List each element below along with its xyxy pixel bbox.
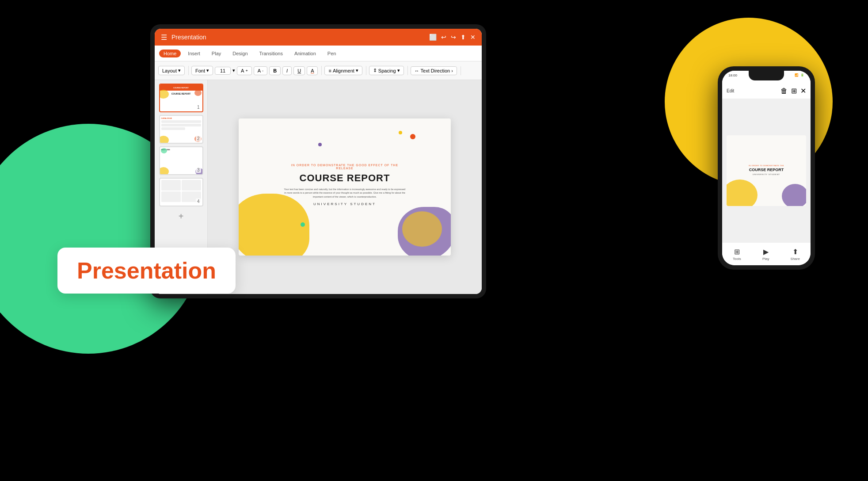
ribbon: Layout ▾ Font ▾ ▾ A+ A- B I U A (155, 61, 482, 80)
label-card: Presentation (57, 248, 236, 294)
slide-main-title: COURSE REPORT (283, 172, 407, 184)
phone-edit-label[interactable]: Edit (727, 88, 734, 93)
phone-nav-share[interactable]: ⬆ Share (791, 248, 800, 261)
slide-subtitle: IN ORDER TO DEMONSTRATE THE GOOD EFFECT … (283, 164, 407, 170)
main-slide-area[interactable]: IN ORDER TO DEMONSTRATE THE GOOD EFFECT … (208, 80, 482, 294)
ribbon-spacing-group: ⇕ Spacing ▾ (369, 66, 408, 75)
thumb1-shape-orange (194, 90, 202, 96)
slide-dot-purple (318, 143, 322, 146)
ribbon-textdirection-group: ↔ Text Direction › (411, 66, 461, 75)
underline-button[interactable]: U (293, 66, 305, 75)
slide-dot-yellow2 (399, 131, 402, 134)
tab-play[interactable]: Play (207, 50, 225, 57)
phone-toolbar: Edit 🗑 ⊞ ✕ (722, 83, 811, 99)
phone-toolbar-icons: 🗑 ⊞ ✕ (780, 87, 806, 95)
thumb2-shape-yellow (159, 136, 169, 144)
phone-bottom-bar: ⊞ Tools ▶ Play ⬆ Share (722, 242, 811, 265)
phone-nav-tools[interactable]: ⊞ Tools (733, 248, 741, 261)
thumb1-shape-yellow (159, 90, 169, 99)
layout-button[interactable]: Layout ▾ (158, 66, 185, 75)
tab-home[interactable]: Home (159, 50, 181, 57)
tab-transitions[interactable]: Transitions (255, 50, 287, 57)
slide-num-2: 2 (196, 136, 201, 141)
phone-screen: 18:00 📶 🔋 Edit 🗑 ⊞ ✕ IN ORDER TO DEMONST… (722, 71, 811, 265)
slide-canvas: IN ORDER TO DEMONSTRATE THE GOOD EFFECT … (239, 118, 451, 256)
phone-time: 18:00 (728, 73, 737, 77)
app-title: Presentation (171, 34, 425, 41)
spacing-label: Spacing (378, 68, 396, 73)
ribbon-layout-group: Layout ▾ (158, 66, 189, 75)
undo-icon[interactable]: ↩ (441, 34, 446, 41)
slide-dot-orange (410, 134, 415, 139)
phone-slide-content: IN ORDER TO DEMONSTRATE THE COURSE REPOR… (740, 164, 793, 176)
battery-icon: 🔋 (800, 73, 804, 77)
slide-thumb-3[interactable]: PART ONE 3 (159, 146, 203, 175)
slide-num-1: 1 (196, 104, 201, 110)
phone-slide: IN ORDER TO DEMONSTRATE THE COURSE REPOR… (727, 135, 806, 206)
share-label: Share (791, 257, 800, 261)
phone-slide-area[interactable]: IN ORDER TO DEMONSTRATE THE COURSE REPOR… (722, 99, 811, 242)
alignment-button[interactable]: ≡ Alignment ▾ (324, 66, 362, 75)
tools-label: Tools (733, 257, 741, 261)
font-size-input[interactable] (215, 67, 231, 75)
phone-shape-purple (782, 184, 806, 206)
bold-button[interactable]: B (269, 66, 281, 75)
ribbon-font-group: Font ▾ ▾ A+ A- B I U A (191, 66, 322, 75)
add-slide-button[interactable]: + (159, 209, 203, 223)
phone-notch (749, 71, 784, 80)
slide-num-4: 4 (196, 199, 201, 204)
share-icon: ⬆ (792, 248, 798, 256)
font-size-dropdown-icon[interactable]: ▾ (232, 68, 235, 73)
layout-label: Layout (162, 68, 177, 73)
phone-status-icons: 📶 🔋 (795, 73, 804, 77)
font-increase-button[interactable]: A+ (237, 66, 252, 75)
share-icon[interactable]: ⬆ (461, 34, 466, 41)
tab-design[interactable]: Design (228, 50, 252, 57)
thumb1-header: COURSE REPORT (160, 84, 202, 91)
font-label: Font (195, 68, 205, 73)
phone-trash-icon[interactable]: 🗑 (780, 87, 788, 95)
label-card-text: Presentation (77, 258, 216, 283)
close-icon[interactable]: ✕ (470, 34, 476, 41)
phone-grid-icon[interactable]: ⊞ (791, 87, 797, 95)
phone-slide-author: UNIVERSITY STUDENT (740, 173, 793, 176)
menu-icon[interactable]: ☰ (161, 33, 167, 42)
thumb4-cell1 (161, 180, 181, 191)
font-button[interactable]: Font ▾ (191, 66, 213, 75)
phone-close-icon[interactable]: ✕ (800, 87, 806, 95)
thumb2-body: CATALOGUE (160, 116, 202, 132)
slide-thumb-1[interactable]: COURSE REPORT COURSE REPORT 1 (159, 84, 203, 112)
thumb4-cell2 (182, 180, 201, 191)
alignment-dropdown-icon: ▾ (356, 68, 358, 73)
tablet-titlebar: ☰ Presentation ⬜ ↩ ↪ ⬆ ✕ (155, 29, 482, 46)
slide-dot-teal (301, 222, 305, 227)
tools-icon: ⊞ (734, 248, 740, 256)
wifi-icon: 📶 (795, 73, 799, 77)
tab-animation[interactable]: Animation (290, 50, 320, 57)
slide-thumb-2[interactable]: CATALOGUE 2 (159, 115, 203, 144)
thumb1-body: COURSE REPORT (160, 91, 202, 97)
phone-shape-yellow (727, 179, 758, 206)
tab-pen[interactable]: Pen (323, 50, 341, 57)
slide-shape-yellow2 (402, 211, 442, 247)
slide-thumb-4[interactable]: 4 (159, 178, 203, 206)
spacing-dropdown-icon: ▾ (397, 68, 400, 73)
font-decrease-button[interactable]: A- (254, 66, 267, 75)
window-icon[interactable]: ⬜ (429, 34, 437, 41)
italic-button[interactable]: I (282, 66, 292, 75)
thumb3-shape-yellow (159, 167, 169, 175)
text-direction-button[interactable]: ↔ Text Direction › (411, 66, 457, 75)
thumb3-shape-teal (161, 148, 167, 153)
thumb4-cell3 (161, 191, 181, 202)
font-color-button[interactable]: A (307, 66, 318, 75)
tab-insert[interactable]: Insert (183, 50, 205, 57)
thumb2-title: CATALOGUE (161, 117, 201, 119)
thumb2-row3 (161, 127, 185, 130)
toolbar-tabs: Home Insert Play Design Transitions Anim… (155, 46, 482, 61)
redo-icon[interactable]: ↪ (451, 34, 456, 41)
phone-nav-play[interactable]: ▶ Play (762, 248, 769, 261)
thumb2-row2 (161, 124, 201, 126)
spacing-button[interactable]: ⇕ Spacing ▾ (369, 66, 404, 75)
font-dropdown-icon: ▾ (206, 68, 209, 73)
slide-author: UNIVERSITY STUDENT (283, 202, 407, 206)
